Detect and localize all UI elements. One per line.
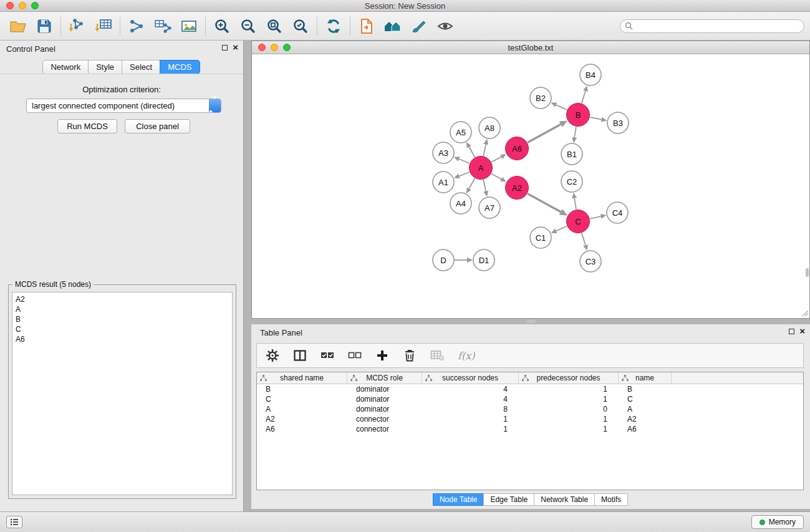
table-row[interactable]: A6connector11A6 bbox=[257, 424, 803, 434]
graph-edge-B-B1[interactable] bbox=[572, 127, 577, 143]
delete-row-button[interactable] bbox=[403, 348, 417, 363]
column-header-MCDS-role[interactable]: MCDS role bbox=[347, 372, 422, 384]
graph-node-B1[interactable]: B1 bbox=[561, 143, 582, 165]
open-session-button[interactable] bbox=[5, 14, 31, 39]
graph-edge-A-A4[interactable] bbox=[466, 178, 475, 193]
graph-node-B[interactable]: B bbox=[567, 104, 590, 127]
import-network-button[interactable] bbox=[64, 14, 90, 39]
mcds-result-list[interactable]: A2ABCA6 bbox=[12, 292, 233, 495]
zoom-selected-button[interactable] bbox=[287, 14, 314, 39]
graph-edge-D-D1[interactable] bbox=[455, 258, 473, 263]
run-mcds-button[interactable]: Run MCDS bbox=[57, 119, 117, 133]
graph-node-C[interactable]: C bbox=[567, 210, 590, 233]
memory-button[interactable]: Memory bbox=[751, 515, 804, 529]
graph-edge-A-A2[interactable] bbox=[491, 173, 506, 181]
tab-edge-table[interactable]: Edge Table bbox=[483, 493, 534, 506]
graph-edge-B-B2[interactable] bbox=[551, 102, 567, 110]
refresh-button[interactable] bbox=[321, 14, 347, 39]
mcds-result-item[interactable]: A6 bbox=[16, 334, 229, 344]
zoom-fit-button[interactable] bbox=[261, 14, 287, 39]
function-builder-button[interactable]: f(x) bbox=[458, 348, 475, 363]
graph-node-A4[interactable]: A4 bbox=[450, 193, 471, 214]
graph-node-A8[interactable]: A8 bbox=[479, 117, 500, 138]
table-row[interactable]: Adominator80A bbox=[257, 404, 803, 414]
column-header-predecessor-nodes[interactable]: predecessor nodes bbox=[519, 372, 619, 384]
tab-network-table[interactable]: Network Table bbox=[534, 493, 595, 506]
home-button[interactable] bbox=[380, 14, 406, 39]
network-canvas[interactable]: B4B2BB3A5A8A6B1A3AC2A1A2A4A7C4CC1C3DD1 bbox=[252, 54, 809, 317]
graph-node-A1[interactable]: A1 bbox=[433, 172, 454, 193]
zoom-in-button[interactable] bbox=[209, 14, 235, 39]
new-network-from-table-button[interactable] bbox=[150, 14, 176, 39]
minimize-network-window-button[interactable] bbox=[271, 44, 278, 51]
graph-edge-C-C1[interactable] bbox=[551, 226, 567, 233]
tab-node-table[interactable]: Node Table bbox=[433, 493, 485, 506]
zoom-window-button[interactable] bbox=[31, 2, 39, 9]
tab-motifs[interactable]: Motifs bbox=[594, 493, 628, 506]
graph-node-D1[interactable]: D1 bbox=[473, 249, 494, 271]
mcds-result-item[interactable]: A bbox=[16, 304, 229, 314]
graph-edge-A-A3[interactable] bbox=[454, 157, 470, 163]
show-columns-button[interactable] bbox=[293, 348, 307, 363]
minimize-window-button[interactable] bbox=[19, 2, 26, 9]
graph-edge-C-C4[interactable] bbox=[590, 214, 606, 219]
graph-node-D[interactable]: D bbox=[433, 249, 454, 271]
mcds-result-item[interactable]: B bbox=[16, 314, 229, 324]
column-header-shared-name[interactable]: shared name bbox=[257, 372, 347, 384]
graph-edge-C-C3[interactable] bbox=[582, 233, 588, 251]
table-settings-button[interactable] bbox=[266, 348, 279, 363]
add-row-button[interactable] bbox=[375, 348, 389, 363]
resize-grip-icon[interactable] bbox=[801, 309, 809, 317]
zoom-network-window-button[interactable] bbox=[283, 44, 291, 51]
table-row[interactable]: Cdominator41C bbox=[257, 394, 803, 404]
vertical-scrollbar-fragment[interactable] bbox=[806, 268, 809, 277]
graph-node-C4[interactable]: C4 bbox=[607, 202, 628, 223]
graph-edge-B-B3[interactable] bbox=[590, 117, 607, 122]
close-table-panel-icon[interactable]: × bbox=[799, 327, 805, 335]
mcds-result-item[interactable]: C bbox=[16, 324, 229, 334]
table-row[interactable]: Bdominator41B bbox=[257, 384, 803, 394]
horizontal-scrollbar-fragment[interactable] bbox=[527, 320, 536, 323]
graph-edge-A6-B[interactable] bbox=[528, 120, 567, 142]
deselect-all-button[interactable] bbox=[348, 348, 362, 363]
column-header-successor-nodes[interactable]: successor nodes bbox=[422, 372, 519, 384]
export-image-button[interactable] bbox=[176, 14, 202, 39]
tab-select[interactable]: Select bbox=[122, 60, 160, 74]
close-network-window-button[interactable] bbox=[258, 44, 266, 51]
graph-edge-B-B4[interactable] bbox=[582, 85, 588, 103]
delete-table-button[interactable] bbox=[430, 348, 444, 363]
close-panel-icon[interactable]: × bbox=[233, 44, 238, 51]
graph-edge-A-A5[interactable] bbox=[466, 142, 475, 157]
graph-node-A[interactable]: A bbox=[470, 157, 493, 180]
graph-node-A7[interactable]: A7 bbox=[479, 197, 500, 218]
graph-edge-A-A8[interactable] bbox=[483, 139, 488, 156]
graph-node-C3[interactable]: C3 bbox=[580, 251, 601, 272]
close-panel-button[interactable]: Close panel bbox=[125, 119, 190, 133]
zoom-out-button[interactable] bbox=[235, 14, 261, 39]
graph-edge-C-C2[interactable] bbox=[572, 193, 577, 210]
tab-network[interactable]: Network bbox=[42, 60, 89, 74]
graph-node-A3[interactable]: A3 bbox=[433, 142, 454, 163]
column-header-name[interactable]: name bbox=[619, 372, 672, 384]
table-row[interactable]: A2connector11A2 bbox=[257, 414, 803, 424]
graph-edge-A-A7[interactable] bbox=[483, 180, 488, 196]
float-table-panel-icon[interactable] bbox=[789, 329, 794, 334]
graph-edge-A2-C[interactable] bbox=[528, 193, 567, 215]
graph-node-B4[interactable]: B4 bbox=[580, 64, 601, 85]
save-session-button[interactable] bbox=[31, 14, 57, 39]
task-history-button[interactable] bbox=[6, 516, 22, 528]
optimization-criterion-dropdown[interactable]: largest connected component (directed) bbox=[26, 99, 221, 113]
graph-node-C1[interactable]: C1 bbox=[530, 227, 551, 248]
show-hide-button[interactable] bbox=[432, 14, 458, 39]
graph-node-B3[interactable]: B3 bbox=[607, 112, 629, 133]
style-brush-button[interactable] bbox=[406, 14, 432, 39]
select-all-button[interactable] bbox=[321, 348, 334, 363]
graph-node-C2[interactable]: C2 bbox=[561, 171, 582, 192]
graph-node-A6[interactable]: A6 bbox=[506, 137, 529, 160]
open-recent-file-button[interactable] bbox=[354, 14, 380, 39]
close-window-button[interactable] bbox=[6, 2, 14, 9]
graph-node-B2[interactable]: B2 bbox=[530, 87, 551, 109]
graph-node-A5[interactable]: A5 bbox=[450, 122, 471, 143]
graph-edge-A-A1[interactable] bbox=[454, 172, 470, 178]
float-panel-icon[interactable] bbox=[222, 45, 228, 51]
